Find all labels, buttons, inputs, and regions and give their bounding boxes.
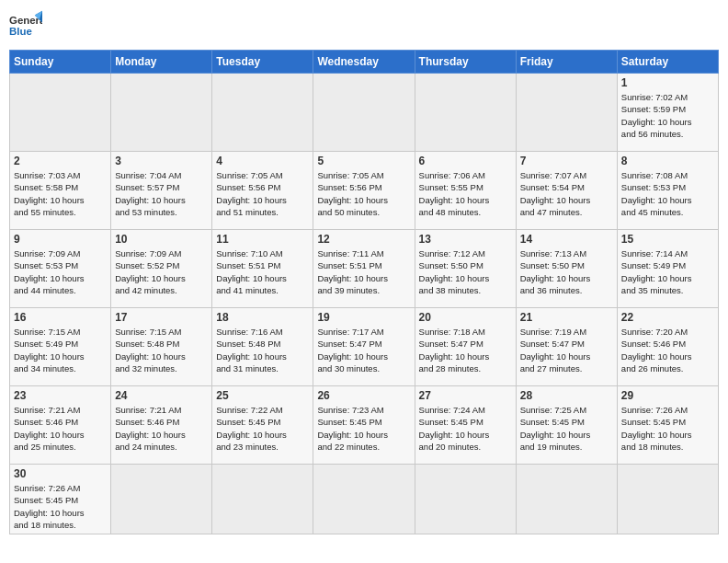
day-number: 29 bbox=[621, 389, 714, 402]
day-number: 25 bbox=[216, 389, 309, 402]
day-info: Sunrise: 7:16 AMSunset: 5:48 PMDaylight:… bbox=[216, 326, 309, 374]
day-number: 15 bbox=[621, 233, 714, 246]
day-info: Sunrise: 7:26 AMSunset: 5:45 PMDaylight:… bbox=[621, 404, 714, 453]
calendar-cell bbox=[212, 465, 313, 534]
calendar-cell: 28Sunrise: 7:25 AMSunset: 5:45 PMDayligh… bbox=[516, 386, 617, 465]
calendar-week-row: 2Sunrise: 7:03 AMSunset: 5:58 PMDaylight… bbox=[10, 152, 719, 230]
day-info: Sunrise: 7:25 AMSunset: 5:45 PMDaylight:… bbox=[520, 404, 613, 453]
day-number: 17 bbox=[115, 311, 208, 324]
day-number: 7 bbox=[520, 155, 613, 167]
calendar-cell: 6Sunrise: 7:06 AMSunset: 5:55 PMDaylight… bbox=[415, 152, 516, 230]
calendar-cell bbox=[617, 465, 718, 534]
calendar-cell: 1Sunrise: 7:02 AMSunset: 5:59 PMDaylight… bbox=[617, 74, 718, 152]
day-number: 1 bbox=[621, 76, 714, 89]
day-info: Sunrise: 7:18 AMSunset: 5:47 PMDaylight:… bbox=[419, 326, 512, 374]
day-number: 22 bbox=[621, 311, 714, 324]
day-info: Sunrise: 7:09 AMSunset: 5:53 PMDaylight:… bbox=[14, 247, 107, 296]
calendar-cell: 30Sunrise: 7:26 AMSunset: 5:45 PMDayligh… bbox=[10, 465, 111, 534]
day-info: Sunrise: 7:15 AMSunset: 5:48 PMDaylight:… bbox=[115, 326, 208, 374]
calendar-cell: 18Sunrise: 7:16 AMSunset: 5:48 PMDayligh… bbox=[212, 308, 313, 386]
day-number: 27 bbox=[419, 389, 512, 402]
day-number: 19 bbox=[317, 311, 410, 324]
calendar-cell bbox=[10, 74, 111, 152]
day-number: 11 bbox=[216, 233, 309, 246]
calendar-cell: 29Sunrise: 7:26 AMSunset: 5:45 PMDayligh… bbox=[617, 386, 718, 465]
day-number: 23 bbox=[14, 389, 107, 402]
day-info: Sunrise: 7:24 AMSunset: 5:45 PMDaylight:… bbox=[419, 404, 512, 453]
logo: General Blue bbox=[9, 9, 42, 42]
weekday-header-row: SundayMondayTuesdayWednesdayThursdayFrid… bbox=[10, 51, 719, 74]
calendar-cell: 20Sunrise: 7:18 AMSunset: 5:47 PMDayligh… bbox=[415, 308, 516, 386]
calendar-cell: 19Sunrise: 7:17 AMSunset: 5:47 PMDayligh… bbox=[313, 308, 415, 386]
day-number: 13 bbox=[419, 233, 512, 246]
day-info: Sunrise: 7:22 AMSunset: 5:45 PMDaylight:… bbox=[216, 404, 309, 453]
day-number: 9 bbox=[14, 233, 107, 246]
calendar-cell: 9Sunrise: 7:09 AMSunset: 5:53 PMDaylight… bbox=[10, 230, 111, 308]
day-info: Sunrise: 7:10 AMSunset: 5:51 PMDaylight:… bbox=[216, 247, 309, 296]
svg-text:Blue: Blue bbox=[9, 26, 32, 37]
day-number: 8 bbox=[621, 155, 714, 167]
weekday-header-sunday: Sunday bbox=[10, 51, 111, 74]
calendar-cell: 8Sunrise: 7:08 AMSunset: 5:53 PMDaylight… bbox=[617, 152, 718, 230]
day-info: Sunrise: 7:23 AMSunset: 5:45 PMDaylight:… bbox=[317, 404, 410, 453]
calendar-cell: 11Sunrise: 7:10 AMSunset: 5:51 PMDayligh… bbox=[212, 230, 313, 308]
page-header: General Blue bbox=[9, 9, 719, 42]
calendar-week-row: 1Sunrise: 7:02 AMSunset: 5:59 PMDaylight… bbox=[10, 74, 719, 152]
day-number: 3 bbox=[115, 155, 208, 167]
day-info: Sunrise: 7:06 AMSunset: 5:55 PMDaylight:… bbox=[419, 169, 512, 218]
day-number: 30 bbox=[14, 467, 107, 480]
calendar-cell bbox=[415, 465, 516, 534]
day-info: Sunrise: 7:05 AMSunset: 5:56 PMDaylight:… bbox=[317, 169, 410, 218]
day-info: Sunrise: 7:04 AMSunset: 5:57 PMDaylight:… bbox=[115, 169, 208, 218]
logo-icon: General Blue bbox=[9, 9, 42, 42]
calendar-cell: 2Sunrise: 7:03 AMSunset: 5:58 PMDaylight… bbox=[10, 152, 111, 230]
weekday-header-friday: Friday bbox=[516, 51, 617, 74]
calendar-cell bbox=[111, 465, 212, 534]
calendar-cell: 21Sunrise: 7:19 AMSunset: 5:47 PMDayligh… bbox=[516, 308, 617, 386]
day-number: 12 bbox=[317, 233, 410, 246]
day-info: Sunrise: 7:02 AMSunset: 5:59 PMDaylight:… bbox=[621, 91, 714, 140]
day-number: 10 bbox=[115, 233, 208, 246]
weekday-header-thursday: Thursday bbox=[415, 51, 516, 74]
day-info: Sunrise: 7:14 AMSunset: 5:49 PMDaylight:… bbox=[621, 247, 714, 296]
calendar-cell: 23Sunrise: 7:21 AMSunset: 5:46 PMDayligh… bbox=[10, 386, 111, 465]
calendar-table: SundayMondayTuesdayWednesdayThursdayFrid… bbox=[9, 50, 719, 534]
calendar-cell: 7Sunrise: 7:07 AMSunset: 5:54 PMDaylight… bbox=[516, 152, 617, 230]
calendar-cell: 4Sunrise: 7:05 AMSunset: 5:56 PMDaylight… bbox=[212, 152, 313, 230]
calendar-week-row: 16Sunrise: 7:15 AMSunset: 5:49 PMDayligh… bbox=[10, 308, 719, 386]
calendar-cell bbox=[212, 74, 313, 152]
day-info: Sunrise: 7:07 AMSunset: 5:54 PMDaylight:… bbox=[520, 169, 613, 218]
day-info: Sunrise: 7:21 AMSunset: 5:46 PMDaylight:… bbox=[115, 404, 208, 453]
calendar-cell: 25Sunrise: 7:22 AMSunset: 5:45 PMDayligh… bbox=[212, 386, 313, 465]
calendar-cell: 12Sunrise: 7:11 AMSunset: 5:51 PMDayligh… bbox=[313, 230, 415, 308]
day-number: 14 bbox=[520, 233, 613, 246]
day-info: Sunrise: 7:12 AMSunset: 5:50 PMDaylight:… bbox=[419, 247, 512, 296]
calendar-cell: 16Sunrise: 7:15 AMSunset: 5:49 PMDayligh… bbox=[10, 308, 111, 386]
calendar-week-row: 9Sunrise: 7:09 AMSunset: 5:53 PMDaylight… bbox=[10, 230, 719, 308]
calendar-cell: 24Sunrise: 7:21 AMSunset: 5:46 PMDayligh… bbox=[111, 386, 212, 465]
calendar-week-row: 23Sunrise: 7:21 AMSunset: 5:46 PMDayligh… bbox=[10, 386, 719, 465]
weekday-header-wednesday: Wednesday bbox=[313, 51, 415, 74]
weekday-header-monday: Monday bbox=[111, 51, 212, 74]
day-info: Sunrise: 7:15 AMSunset: 5:49 PMDaylight:… bbox=[14, 326, 107, 374]
day-info: Sunrise: 7:11 AMSunset: 5:51 PMDaylight:… bbox=[317, 247, 410, 296]
calendar-cell bbox=[111, 74, 212, 152]
day-info: Sunrise: 7:13 AMSunset: 5:50 PMDaylight:… bbox=[520, 247, 613, 296]
day-number: 18 bbox=[216, 311, 309, 324]
calendar-cell: 22Sunrise: 7:20 AMSunset: 5:46 PMDayligh… bbox=[617, 308, 718, 386]
day-number: 20 bbox=[419, 311, 512, 324]
day-number: 4 bbox=[216, 155, 309, 167]
calendar-cell: 27Sunrise: 7:24 AMSunset: 5:45 PMDayligh… bbox=[415, 386, 516, 465]
calendar-cell bbox=[516, 465, 617, 534]
day-info: Sunrise: 7:20 AMSunset: 5:46 PMDaylight:… bbox=[621, 326, 714, 374]
day-info: Sunrise: 7:08 AMSunset: 5:53 PMDaylight:… bbox=[621, 169, 714, 218]
calendar-cell: 5Sunrise: 7:05 AMSunset: 5:56 PMDaylight… bbox=[313, 152, 415, 230]
calendar-cell: 13Sunrise: 7:12 AMSunset: 5:50 PMDayligh… bbox=[415, 230, 516, 308]
calendar-cell: 3Sunrise: 7:04 AMSunset: 5:57 PMDaylight… bbox=[111, 152, 212, 230]
day-info: Sunrise: 7:26 AMSunset: 5:45 PMDaylight:… bbox=[14, 482, 107, 531]
calendar-cell bbox=[313, 465, 415, 534]
day-number: 21 bbox=[520, 311, 613, 324]
day-info: Sunrise: 7:21 AMSunset: 5:46 PMDaylight:… bbox=[14, 404, 107, 453]
calendar-cell: 14Sunrise: 7:13 AMSunset: 5:50 PMDayligh… bbox=[516, 230, 617, 308]
calendar-cell: 15Sunrise: 7:14 AMSunset: 5:49 PMDayligh… bbox=[617, 230, 718, 308]
